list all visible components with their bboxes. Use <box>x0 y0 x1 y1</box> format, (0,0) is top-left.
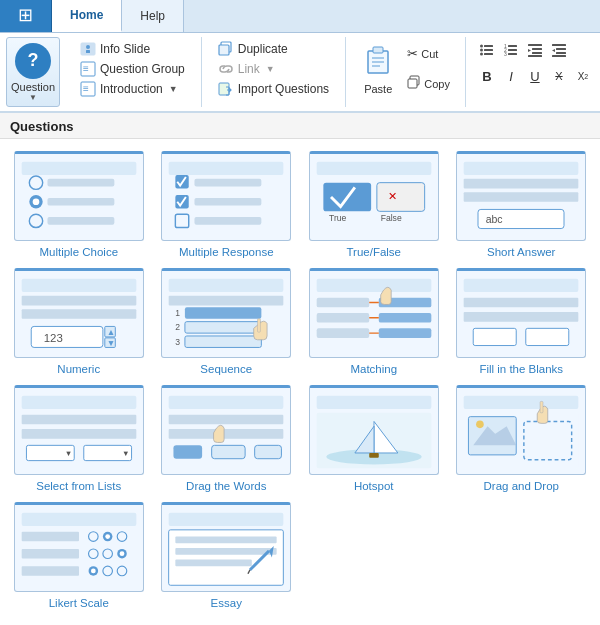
svg-point-37 <box>32 198 39 205</box>
card-likert-scale[interactable]: Likert Scale <box>10 502 148 609</box>
svg-rect-63 <box>31 326 103 347</box>
svg-rect-27 <box>532 48 542 50</box>
svg-rect-103 <box>316 396 431 409</box>
svg-rect-72 <box>185 307 261 318</box>
card-label-select-lists: Select from Lists <box>36 480 121 492</box>
svg-rect-32 <box>556 52 566 54</box>
card-numeric[interactable]: 123 ▲ ▼ Numeric <box>10 268 148 375</box>
info-slide-button[interactable]: Info Slide <box>74 39 191 59</box>
svg-rect-55 <box>464 162 579 175</box>
card-drag-drop[interactable]: Drag and Drop <box>453 385 591 492</box>
svg-rect-90 <box>21 396 136 409</box>
svg-text:✕: ✕ <box>388 190 397 202</box>
svg-rect-92 <box>21 429 136 439</box>
clipboard-section: Paste ✂ Cut Copy <box>346 37 466 107</box>
svg-text:2: 2 <box>176 322 181 332</box>
card-img-likert-scale <box>14 502 144 592</box>
svg-rect-11 <box>373 47 383 53</box>
card-img-drag-words <box>161 385 291 475</box>
card-label-likert-scale: Likert Scale <box>49 597 109 609</box>
card-drag-words[interactable]: Drag the Words <box>158 385 296 492</box>
card-label-multiple-choice: Multiple Choice <box>39 246 118 258</box>
card-short-answer[interactable]: abc Short Answer <box>453 151 591 258</box>
card-label-hotspot: Hotspot <box>354 480 394 492</box>
cut-icon: ✂ <box>407 46 418 61</box>
bold-button[interactable]: B <box>476 65 498 87</box>
introduction-icon: ≡ <box>80 81 96 97</box>
svg-rect-23 <box>508 49 517 51</box>
introduction-label: Introduction <box>100 82 163 96</box>
strikethrough-button[interactable]: X <box>548 65 570 87</box>
bullets-button[interactable] <box>476 39 498 61</box>
copy-icon <box>407 75 421 92</box>
svg-rect-115 <box>540 401 543 412</box>
svg-text:≡: ≡ <box>83 83 89 94</box>
card-multiple-response[interactable]: Multiple Response <box>158 151 296 258</box>
svg-text:abc: abc <box>486 213 503 225</box>
question-group-button[interactable]: ≡ Question Group <box>74 59 191 79</box>
card-label-numeric: Numeric <box>57 363 100 375</box>
card-select-lists[interactable]: ▼ ▼ Select from Lists <box>10 385 148 492</box>
svg-rect-101 <box>212 445 245 458</box>
paste-label: Paste <box>364 83 392 95</box>
card-essay[interactable]: Essay <box>158 502 296 609</box>
question-button[interactable]: ? Question ▼ <box>6 37 60 107</box>
introduction-arrow: ▼ <box>169 84 178 94</box>
paste-button[interactable]: Paste <box>356 39 400 99</box>
cut-label: Cut <box>421 48 438 60</box>
svg-rect-8 <box>219 45 229 55</box>
subscript-button[interactable]: X2 <box>572 65 594 87</box>
svg-rect-74 <box>185 322 261 333</box>
format-section: 1 2 3 <box>466 37 600 107</box>
svg-point-124 <box>103 549 113 559</box>
svg-rect-47 <box>195 217 262 225</box>
svg-rect-2 <box>86 50 90 53</box>
svg-rect-83 <box>316 328 369 338</box>
question-label: Question <box>11 81 55 93</box>
svg-text:1: 1 <box>176 308 181 318</box>
svg-rect-82 <box>379 313 432 323</box>
svg-rect-29 <box>528 55 542 57</box>
card-true-false[interactable]: True ✕ False True/False <box>305 151 443 258</box>
card-img-select-lists: ▼ ▼ <box>14 385 144 475</box>
card-matching[interactable]: Matching <box>305 268 443 375</box>
copy-button[interactable]: Copy <box>402 74 455 93</box>
card-img-matching <box>309 268 439 358</box>
tab-help[interactable]: Help <box>122 0 184 32</box>
svg-rect-109 <box>464 396 579 409</box>
cut-button[interactable]: ✂ Cut <box>402 45 455 62</box>
introduction-button[interactable]: ≡ Introduction ▼ <box>74 79 191 99</box>
tab-home[interactable]: Home <box>52 0 122 32</box>
svg-rect-41 <box>21 162 136 175</box>
svg-text:3: 3 <box>176 337 181 347</box>
card-hotspot[interactable]: Hotspot <box>305 385 443 492</box>
card-multiple-choice[interactable]: Multiple Choice <box>10 151 148 258</box>
ribbon: ? Question ▼ Info Slide <box>0 33 600 113</box>
indent-more-button[interactable] <box>524 39 546 61</box>
duplicate-button[interactable]: Duplicate <box>212 39 335 59</box>
duplicate-icon <box>218 41 234 57</box>
svg-point-39 <box>29 214 42 227</box>
import-questions-button[interactable]: Import Questions <box>212 79 335 99</box>
svg-rect-60 <box>21 279 136 292</box>
link-arrow: ▼ <box>266 64 275 74</box>
underline-button[interactable]: U <box>524 65 546 87</box>
svg-rect-26 <box>528 44 542 46</box>
question-group-label: Question Group <box>100 62 185 76</box>
card-sequence[interactable]: 1 2 3 Sequence <box>158 268 296 375</box>
svg-rect-61 <box>21 296 136 306</box>
link-button[interactable]: Link ▼ <box>212 59 335 79</box>
superscript-button[interactable]: X2 <box>596 65 600 87</box>
italic-button[interactable]: I <box>500 65 522 87</box>
svg-rect-35 <box>47 179 114 187</box>
svg-rect-70 <box>169 296 284 306</box>
indent-less-button[interactable] <box>548 39 570 61</box>
svg-rect-88 <box>473 328 516 345</box>
app-icon-button[interactable]: ⊞ <box>0 0 52 32</box>
svg-rect-76 <box>185 336 261 347</box>
card-fill-blanks[interactable]: Fill in the Blanks <box>453 268 591 375</box>
svg-point-16 <box>480 49 483 52</box>
clipboard-row: Paste ✂ Cut Copy <box>352 37 459 101</box>
numbered-button[interactable]: 1 2 3 <box>500 39 522 61</box>
svg-point-1 <box>86 45 90 49</box>
